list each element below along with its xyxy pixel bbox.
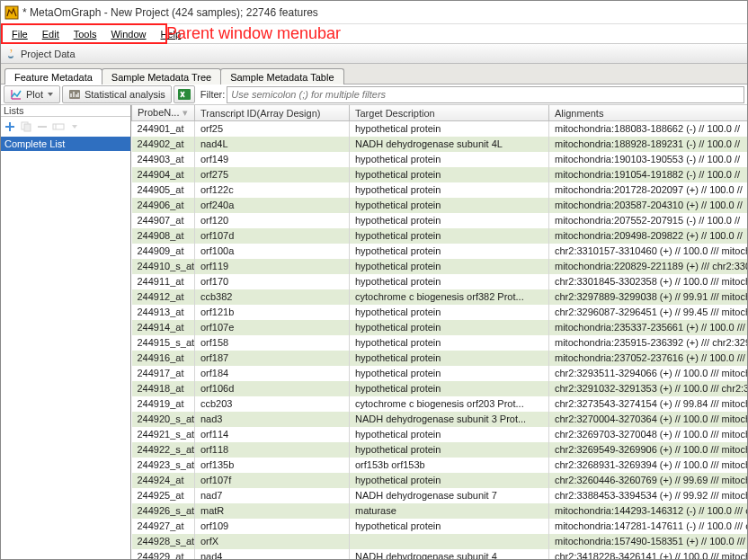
table-cell: mitochondria:203587-204310 (+) // 100.0 … xyxy=(549,198,748,213)
table-cell: orf170 xyxy=(195,274,350,289)
rename-icon xyxy=(51,120,66,134)
table-cell: chr2:3291032-3291353 (+) // 100.0 /// ch… xyxy=(549,381,748,396)
table-cell: hypothetical protein xyxy=(350,244,549,259)
table-cell: orf120 xyxy=(195,213,350,228)
table-row[interactable]: 244904_atorf275hypothetical proteinmitoc… xyxy=(132,167,748,182)
table-row[interactable]: 244913_atorf121bhypothetical proteinchr2… xyxy=(132,305,748,320)
table-cell: orf184 xyxy=(195,366,350,381)
tab-label: Feature Metadata xyxy=(14,72,93,83)
statistical-analysis-button[interactable]: Statistical analysis xyxy=(62,85,172,103)
table-row[interactable]: 244921_s_atorf114hypothetical proteinchr… xyxy=(132,427,748,442)
table-cell: NADH dehydrogenase subunit 4 xyxy=(350,549,549,560)
svg-rect-2 xyxy=(178,89,191,100)
col-transcript-id[interactable]: Transcript ID(Array Design) xyxy=(195,105,350,121)
table-cell: hypothetical protein xyxy=(350,213,549,228)
table-row[interactable]: 244919_atccb203cytochrome c biogenesis o… xyxy=(132,396,748,412)
table-cell: nad7 xyxy=(195,488,350,503)
table-row[interactable]: 244924_atorf107fhypothetical proteinchr2… xyxy=(132,473,748,488)
table-row[interactable]: 244928_s_atorfXmitochondria:157490-15835… xyxy=(132,534,748,549)
table-cell: chr2:3310157-3310460 (+) // 100.0 /// mi… xyxy=(549,244,748,259)
table-cell: mitochondria:207552-207915 (-) // 100.0 … xyxy=(549,213,748,228)
table-cell: hypothetical protein xyxy=(350,167,549,182)
table-cell: NADH dehydrogenase subunit 3 Prot... xyxy=(350,412,549,427)
table-cell: orf135b xyxy=(195,458,350,473)
export-excel-button[interactable] xyxy=(174,85,195,103)
table-row[interactable]: 244909_atorf100ahypothetical proteinchr2… xyxy=(132,244,748,259)
col-target-description[interactable]: Target Description xyxy=(350,105,549,121)
remove-list-button[interactable] xyxy=(35,120,49,134)
menu-window[interactable]: Window xyxy=(103,27,153,41)
java-icon xyxy=(4,48,17,60)
feature-table: ProbeN... ▾ Transcript ID(Array Design) … xyxy=(131,105,747,559)
table-row[interactable]: 244906_atorf240ahypothetical proteinmito… xyxy=(132,198,748,213)
table-row[interactable]: 244916_atorf187hypothetical proteinmitoc… xyxy=(132,351,748,366)
table-row[interactable]: 244905_atorf122chypothetical proteinmito… xyxy=(132,182,748,198)
table-row[interactable]: 244929_atnad4NADH dehydrogenase subunit … xyxy=(132,549,748,560)
table-row[interactable]: 244927_atorf109hypothetical proteinmitoc… xyxy=(132,519,748,534)
table-row[interactable]: 244915_s_atorf158hypothetical proteinmit… xyxy=(132,335,748,351)
table-row[interactable]: 244901_atorf25hypothetical proteinmitoch… xyxy=(132,121,748,137)
table-row[interactable]: 244910_s_atorf119hypothetical proteinmit… xyxy=(132,259,748,274)
menu-tools[interactable]: Tools xyxy=(67,27,104,41)
table-cell: cytochrome c biogenesis orf203 Prot... xyxy=(350,396,549,412)
add-list-button[interactable] xyxy=(3,120,17,134)
more-list-button[interactable] xyxy=(67,120,82,134)
tab-sample-metadata-tree[interactable]: Sample Metadata Tree xyxy=(102,68,221,84)
table-cell: 244927_at xyxy=(132,519,195,534)
table-row[interactable]: 244912_atccb382cytochrome c biogenesis o… xyxy=(132,289,748,305)
col-probe-name[interactable]: ProbeN... ▾ xyxy=(132,105,195,121)
table-cell: orf149 xyxy=(195,152,350,167)
table-row[interactable]: 244920_s_atnad3NADH dehydrogenase subuni… xyxy=(132,412,748,427)
table-cell: 244908_at xyxy=(132,228,195,244)
copy-list-button[interactable] xyxy=(19,120,33,134)
tab-sample-metadata-table[interactable]: Sample Metadata Table xyxy=(220,68,343,84)
list-item-complete[interactable]: Complete List xyxy=(1,137,130,151)
rename-list-button[interactable] xyxy=(51,120,66,134)
table-row[interactable]: 244911_atorf170hypothetical proteinchr2:… xyxy=(132,274,748,289)
table-cell: hypothetical protein xyxy=(350,152,549,167)
table-cell: mitochondria:157490-158351 (+) // 100.0 … xyxy=(549,534,748,549)
table-cell: hypothetical protein xyxy=(350,442,549,458)
table-cell: 244917_at xyxy=(132,366,195,381)
table-cell: orf275 xyxy=(195,167,350,182)
table-cell: orf114 xyxy=(195,427,350,442)
table-cell: 244913_at xyxy=(132,305,195,320)
table-cell: chr2:3273543-3274154 (+) // 99.84 /// mi… xyxy=(549,396,748,412)
menu-window-label: Window xyxy=(111,29,146,40)
tab-feature-metadata[interactable]: Feature Metadata xyxy=(4,68,102,84)
minus-icon xyxy=(35,120,49,134)
table-row[interactable]: 244903_atorf149hypothetical proteinmitoc… xyxy=(132,152,748,167)
table-cell: chr2:3296087-3296451 (+) // 99.45 /// mi… xyxy=(549,305,748,320)
table-cell: hypothetical protein xyxy=(350,427,549,442)
table-row[interactable]: 244908_atorf107dhypothetical proteinmito… xyxy=(132,228,748,244)
table-cell: orf109 xyxy=(195,519,350,534)
table-row[interactable]: 244926_s_atmatRmaturasemitochondria:1442… xyxy=(132,503,748,519)
table-row[interactable]: 244922_s_atorf118hypothetical proteinchr… xyxy=(132,442,748,458)
plus-icon xyxy=(3,120,17,134)
window-title: * MetaOmGraph - New Project (424 samples… xyxy=(22,6,318,19)
feature-table-wrapper[interactable]: ProbeN... ▾ Transcript ID(Array Design) … xyxy=(131,105,747,559)
menu-edit-label: Edit xyxy=(42,29,59,40)
table-cell: hypothetical protein xyxy=(350,473,549,488)
table-cell: mitochondria:188928-189231 (-) // 100.0 … xyxy=(549,137,748,152)
table-cell: 244904_at xyxy=(132,167,195,182)
table-row[interactable]: 244923_s_atorf135borf153b orf153bchr2:32… xyxy=(132,458,748,473)
table-cell: hypothetical protein xyxy=(350,274,549,289)
table-cell: chr2:3388453-3394534 (+) // 99.92 /// mi… xyxy=(549,488,748,503)
table-row[interactable]: 244914_atorf107ehypothetical proteinmito… xyxy=(132,320,748,335)
table-row[interactable]: 244917_atorf184hypothetical proteinchr2:… xyxy=(132,366,748,381)
table-row[interactable]: 244925_atnad7NADH dehydrogenase subunit … xyxy=(132,488,748,503)
col-alignments[interactable]: Alignments xyxy=(549,105,748,121)
table-cell: hypothetical protein xyxy=(350,519,549,534)
plot-button[interactable]: Plot xyxy=(4,85,60,103)
menu-help-label: Help xyxy=(161,29,182,40)
table-row[interactable]: 244918_atorf106dhypothetical proteinchr2… xyxy=(132,381,748,396)
filter-input[interactable] xyxy=(227,86,744,103)
menu-file[interactable]: File xyxy=(4,27,35,41)
table-cell: 244912_at xyxy=(132,289,195,305)
table-row[interactable]: 244907_atorf120hypothetical proteinmitoc… xyxy=(132,213,748,228)
menu-edit[interactable]: Edit xyxy=(35,27,67,41)
table-cell: 244915_s_at xyxy=(132,335,195,351)
menu-help[interactable]: Help xyxy=(154,27,189,41)
table-row[interactable]: 244902_atnad4LNADH dehydrogenase subunit… xyxy=(132,137,748,152)
